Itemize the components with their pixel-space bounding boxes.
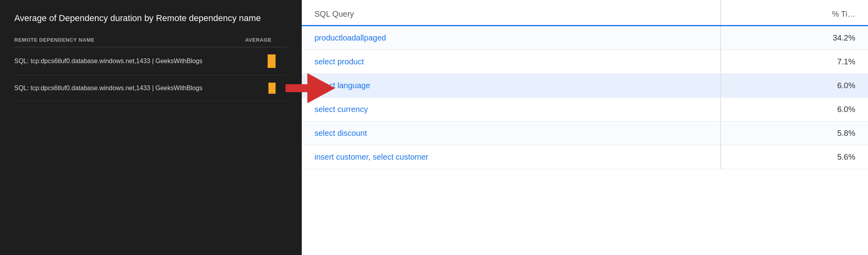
pct-cell: 5.6% (721, 145, 868, 169)
pct-cell: 34.2% (721, 26, 868, 50)
left-panel: Average of Dependency duration by Remote… (0, 0, 302, 255)
table-row-2: SQL: tcp:dpcs6tluf0.database.windows.net… (14, 75, 287, 101)
table-header-row: SQL Query % Ti… (302, 0, 868, 26)
bar-cell-2 (268, 83, 276, 94)
query-cell[interactable]: select discount (302, 122, 721, 145)
table-row[interactable]: select product7.1% (302, 50, 868, 74)
query-cell[interactable]: insert customer, select customer (302, 145, 721, 169)
arrow-head (307, 73, 335, 103)
col-name-header: REMOTE DEPENDENCY NAME (14, 37, 95, 43)
arrow-container (285, 73, 335, 103)
pct-cell: 7.1% (721, 50, 868, 74)
query-cell[interactable]: select product (302, 50, 721, 74)
right-panel: SQL Query % Ti… productloadallpaged34.2%… (302, 0, 868, 255)
bar-1 (268, 54, 276, 68)
sql-query-col-header: SQL Query (302, 0, 721, 26)
query-cell[interactable]: productloadallpaged (302, 26, 721, 50)
table-row[interactable]: select discount5.8% (302, 122, 868, 145)
pct-cell: 5.8% (721, 122, 868, 145)
col-avg-header: AVERAGE (245, 37, 272, 43)
pct-cell: 6.0% (721, 74, 868, 98)
query-cell[interactable]: select currency (302, 98, 721, 122)
bar-cell-1 (268, 54, 276, 68)
table-row: SQL: tcp:dpcs6tluf0.database.windows.net… (14, 47, 287, 75)
bar-2 (268, 83, 276, 94)
row-label-2: SQL: tcp:dpcs6tluf0.database.windows.net… (14, 85, 203, 92)
sql-query-table: SQL Query % Ti… productloadallpaged34.2%… (302, 0, 868, 169)
row-label-1: SQL: tcp:dpcs6tluf0.database.windows.net… (14, 58, 203, 65)
query-cell[interactable]: select language (302, 74, 721, 98)
arrow-tail (285, 84, 307, 92)
table-header: REMOTE DEPENDENCY NAME AVERAGE (14, 37, 287, 47)
table-row[interactable]: select currency6.0% (302, 98, 868, 122)
table-row[interactable]: select language6.0% (302, 74, 868, 98)
chart-title: Average of Dependency duration by Remote… (14, 13, 287, 24)
pct-cell: 6.0% (721, 98, 868, 122)
table-row[interactable]: insert customer, select customer5.6% (302, 145, 868, 169)
table-row[interactable]: productloadallpaged34.2% (302, 26, 868, 50)
pct-col-header: % Ti… (721, 0, 868, 26)
